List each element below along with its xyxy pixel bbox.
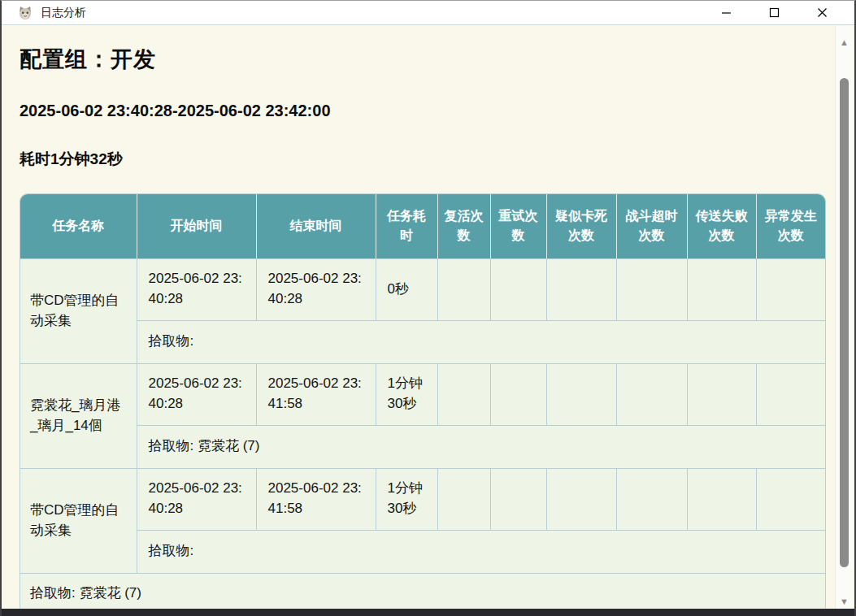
col-header-retry-count: 重试次数	[490, 194, 546, 258]
start-time-cell: 2025-06-02 23:40:28	[137, 468, 256, 530]
col-header-task-name: 任务名称	[20, 194, 137, 258]
battle-timeout-count-cell	[616, 468, 687, 530]
stuck-count-cell	[546, 468, 616, 530]
pickups-cell: 拾取物: 霓裳花 (7)	[137, 425, 825, 468]
window-title: 日志分析	[41, 6, 86, 20]
scroll-up-icon[interactable]: ▲	[836, 37, 853, 48]
table-header-row: 任务名称 开始时间 结束时间 任务耗时 复活次数 重试次数 疑似卡死次数 战斗超…	[20, 194, 825, 258]
teleport-fail-count-cell	[687, 363, 756, 425]
maximize-button[interactable]	[750, 1, 798, 24]
pickup-row: 拾取物: 霓裳花 (7)	[20, 425, 825, 468]
content-area: 配置组：开发 2025-06-02 23:40:28-2025-06-02 23…	[3, 26, 835, 609]
minimize-button[interactable]	[702, 1, 750, 24]
time-range: 2025-06-02 23:40:28-2025-06-02 23:42:00	[20, 102, 835, 120]
stuck-count-cell	[546, 258, 616, 320]
table-row: 霓裳花_璃月港_璃月_14個 2025-06-02 23:40:28 2025-…	[20, 363, 825, 425]
task-name-cell: 带CD管理的自动采集	[20, 258, 137, 363]
app-window: 日志分析 配置组：开发 2025-06-02 23:40:28-2025-06-…	[0, 0, 856, 616]
bottom-dark-bar	[0, 609, 856, 616]
close-icon	[817, 7, 828, 18]
revive-count-cell	[437, 258, 490, 320]
window-controls	[702, 1, 846, 24]
pickup-row: 拾取物:	[20, 320, 825, 363]
table-row: 带CD管理的自动采集 2025-06-02 23:40:28 2025-06-0…	[20, 468, 825, 530]
stuck-count-cell	[546, 363, 616, 425]
title-bar: 日志分析	[2, 1, 854, 25]
teleport-fail-count-cell	[687, 468, 756, 530]
col-header-stuck-count: 疑似卡死次数	[546, 194, 616, 258]
col-header-teleport-fail-count: 传送失败次数	[687, 194, 756, 258]
retry-count-cell	[490, 468, 546, 530]
footer-pickups-cell: 拾取物: 霓裳花 (7)	[20, 573, 825, 609]
retry-count-cell	[490, 258, 546, 320]
log-table: 任务名称 开始时间 结束时间 任务耗时 复活次数 重试次数 疑似卡死次数 战斗超…	[20, 193, 826, 609]
pickups-cell: 拾取物:	[137, 320, 825, 363]
col-header-exception-count: 异常发生次数	[756, 194, 825, 258]
page-title: 配置组：开发	[20, 45, 835, 74]
pickup-row: 拾取物:	[20, 530, 825, 573]
col-header-revive-count: 复活次数	[437, 194, 490, 258]
col-header-task-duration: 任务耗时	[376, 194, 437, 258]
col-header-start-time: 开始时间	[137, 194, 256, 258]
exception-count-cell	[756, 468, 825, 530]
battle-timeout-count-cell	[616, 363, 687, 425]
minimize-icon	[721, 7, 732, 18]
close-button[interactable]	[798, 1, 846, 24]
task-duration-cell: 1分钟30秒	[376, 468, 437, 530]
task-duration-cell: 0秒	[376, 258, 437, 320]
footer-row: 拾取物: 霓裳花 (7)	[20, 573, 825, 609]
col-header-end-time: 结束时间	[256, 194, 376, 258]
start-time-cell: 2025-06-02 23:40:28	[137, 363, 256, 425]
task-duration-cell: 1分钟30秒	[376, 363, 437, 425]
task-name-cell: 带CD管理的自动采集	[20, 468, 137, 573]
end-time-cell: 2025-06-02 23:41:58	[256, 468, 376, 530]
col-header-battle-timeout-count: 战斗超时次数	[616, 194, 687, 258]
retry-count-cell	[490, 363, 546, 425]
teleport-fail-count-cell	[687, 258, 756, 320]
revive-count-cell	[437, 468, 490, 530]
scroll-down-icon[interactable]: ▼	[836, 596, 853, 607]
end-time-cell: 2025-06-02 23:40:28	[256, 258, 376, 320]
vertical-scrollbar[interactable]: ▲ ▼	[835, 26, 853, 609]
maximize-icon	[769, 7, 780, 18]
revive-count-cell	[437, 363, 490, 425]
app-icon	[18, 6, 33, 20]
pickups-cell: 拾取物:	[137, 530, 825, 573]
table-row: 带CD管理的自动采集 2025-06-02 23:40:28 2025-06-0…	[20, 258, 825, 320]
scrollbar-thumb[interactable]	[840, 78, 849, 567]
total-duration: 耗时1分钟32秒	[20, 149, 835, 170]
battle-timeout-count-cell	[616, 258, 687, 320]
end-time-cell: 2025-06-02 23:41:58	[256, 363, 376, 425]
exception-count-cell	[756, 258, 825, 320]
exception-count-cell	[756, 363, 825, 425]
task-name-cell: 霓裳花_璃月港_璃月_14個	[20, 363, 137, 468]
start-time-cell: 2025-06-02 23:40:28	[137, 258, 256, 320]
